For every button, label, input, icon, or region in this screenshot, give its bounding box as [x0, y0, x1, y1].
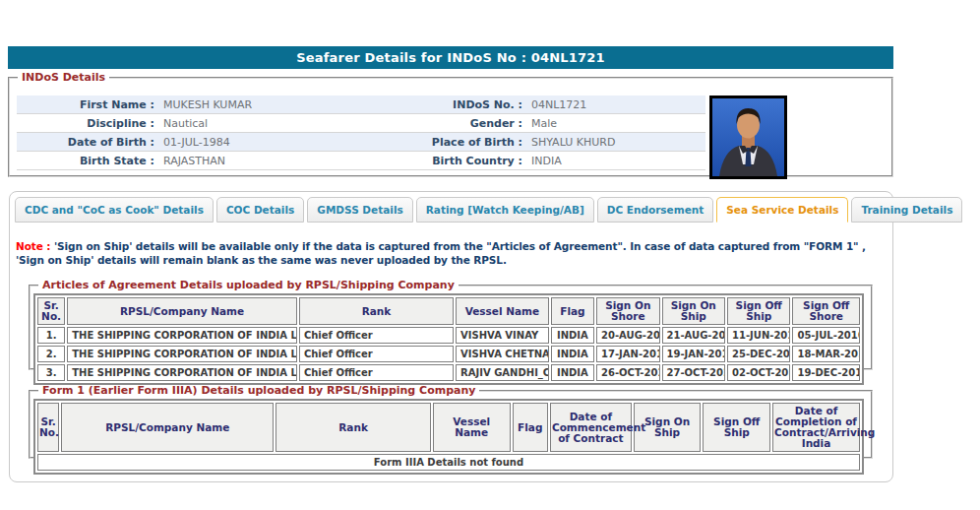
page-title: Seafarer Details for INDoS No : 04NL1721	[8, 46, 893, 69]
header-company: RPSL/Company Name	[67, 297, 297, 325]
form1-table: Sr. No. RPSL/Company Name Rank Vessel Na…	[33, 399, 864, 475]
field-value: Male	[522, 114, 705, 132]
field-label: INDoS No. :	[418, 96, 522, 113]
field-row: Birth State : RAJASTHAN Birth Country : …	[17, 152, 705, 170]
articles-of-agreement-fieldset: Articles of Agreement Details uploaded b…	[29, 279, 873, 370]
cell-sign-off-ship: 11-JUN-2016	[727, 327, 790, 344]
header-sr-no: Sr. No.	[37, 403, 59, 452]
field-label: First Name :	[17, 96, 154, 113]
seafarer-details-page: Seafarer Details for INDoS No : 04NL1721…	[0, 0, 980, 510]
cell-flag: INDIA	[551, 327, 594, 344]
field-row: Discipline : Nautical Gender : Male	[17, 114, 705, 133]
cell-sign-off-shore: 05-JUL-2016	[792, 327, 860, 344]
articles-of-agreement-legend: Articles of Agreement Details uploaded b…	[38, 279, 459, 291]
header-rank: Rank	[276, 403, 431, 452]
cell-sr-no: 2.	[37, 346, 65, 362]
header-sign-off-shore: Sign Off Shore	[792, 297, 860, 325]
tab-gmdss-details[interactable]: GMDSS Details	[307, 197, 412, 223]
field-value: Nautical	[154, 114, 418, 132]
form1-legend: Form 1 (Earlier Form IIIA) Details uploa…	[38, 384, 479, 397]
cell-sign-on-ship: 27-OCT-2012	[662, 364, 725, 381]
header-company: RPSL/Company Name	[61, 403, 274, 452]
tab-coc-details[interactable]: COC Details	[216, 197, 304, 223]
articles-of-agreement-table: Sr. No. RPSL/Company Name Rank Vessel Na…	[33, 293, 864, 385]
tab-rating-watch-keeping[interactable]: Rating [Watch Keeping/AB]	[416, 197, 594, 223]
table-row: 1. THE SHIPPING CORPORATION OF INDIA LIM…	[37, 327, 860, 344]
header-vessel: Vessel Name	[456, 297, 549, 325]
header-sign-on-ship: Sign On Ship	[662, 297, 725, 325]
cell-company: THE SHIPPING CORPORATION OF INDIA LIMITE…	[67, 364, 297, 381]
header-sign-off-ship: Sign Off Ship	[727, 297, 790, 325]
cell-company: THE SHIPPING CORPORATION OF INDIA LIMITE…	[67, 327, 297, 344]
cell-rank: Chief Officer	[299, 346, 454, 362]
indos-details-grid: First Name : MUKESH KUMAR INDoS No. : 04…	[17, 96, 705, 170]
cell-flag: INDIA	[551, 364, 594, 381]
header-commencement: Date of Commencement of Contract	[550, 403, 632, 452]
cell-vessel: VISHVA CHETNA	[456, 346, 549, 362]
field-value: RAJASTHAN	[154, 152, 418, 169]
cell-sign-on-shore: 26-OCT-2012	[596, 364, 659, 381]
field-label: Birth Country :	[418, 152, 522, 169]
cell-sign-on-shore: 17-JAN-2014	[596, 346, 659, 362]
cell-rank: Chief Officer	[299, 327, 454, 344]
cell-sr-no: 1.	[37, 327, 65, 344]
header-sign-on-shore: Sign On Shore	[596, 297, 659, 325]
field-label: Place of Birth :	[418, 133, 522, 151]
header-sign-off-ship: Sign Off Ship	[703, 403, 770, 452]
indos-details-legend: INDoS Details	[18, 71, 109, 84]
field-label: Gender :	[418, 114, 522, 132]
tab-cdc-coc-as-cook[interactable]: CDC and "CoC as Cook" Details	[15, 197, 214, 223]
header-vessel: Vessel Name	[433, 403, 511, 452]
cell-vessel: VISHVA VINAY	[456, 327, 549, 344]
field-row: Date of Birth : 01-JUL-1984 Place of Bir…	[17, 133, 705, 152]
table-row: 2. THE SHIPPING CORPORATION OF INDIA LIM…	[37, 346, 860, 362]
field-label: Discipline :	[17, 114, 154, 132]
cell-rank: Chief Officer	[299, 364, 454, 381]
tab-sea-service-details[interactable]: Sea Service Details	[716, 197, 848, 223]
field-value: INDIA	[522, 152, 705, 169]
table-row: 3. THE SHIPPING CORPORATION OF INDIA LIM…	[37, 364, 860, 381]
tab-dc-endorsement[interactable]: DC Endorsement	[597, 197, 714, 223]
field-value: 04NL1721	[522, 96, 705, 113]
cell-vessel: RAJIV GANDHI_C	[456, 364, 549, 381]
empty-message: Form IIIA Details not found	[37, 454, 860, 471]
indos-details-fieldset: INDoS Details First Name : MUKESH KUMAR …	[8, 71, 893, 177]
note-prefix: Note :	[16, 240, 50, 252]
cell-flag: INDIA	[551, 346, 594, 362]
cell-sign-off-shore: 19-DEC-2013	[792, 364, 860, 381]
cell-company: THE SHIPPING CORPORATION OF INDIA LIMITE…	[67, 346, 297, 362]
field-value: 01-JUL-1984	[154, 133, 418, 151]
cell-sign-on-ship: 21-AUG-2015	[662, 327, 725, 344]
header-completion: Date of Completion of Contract/Arriving …	[772, 403, 860, 452]
cell-sign-off-ship: 25-DEC-2014	[727, 346, 790, 362]
cell-sign-on-shore: 20-AUG-2015	[596, 327, 659, 344]
header-flag: Flag	[513, 403, 548, 452]
cell-sign-off-shore: 18-MAR-2015	[792, 346, 860, 362]
tab-training-details[interactable]: Training Details	[851, 197, 962, 223]
field-label: Birth State :	[17, 152, 154, 169]
note-text: Note : 'Sign on Ship' details will be av…	[16, 239, 882, 267]
note-body: 'Sign on Ship' details will be available…	[16, 240, 866, 266]
cell-sign-on-ship: 19-JAN-2014	[662, 346, 725, 362]
tab-bar: CDC and "CoC as Cook" Details COC Detail…	[15, 197, 962, 223]
cell-sign-off-ship: 02-OCT-2013	[727, 364, 790, 381]
tab-panel: CDC and "CoC as Cook" Details COC Detail…	[9, 191, 893, 482]
field-row: First Name : MUKESH KUMAR INDoS No. : 04…	[17, 96, 705, 114]
field-value: MUKESH KUMAR	[154, 96, 418, 113]
field-label: Date of Birth :	[17, 133, 154, 151]
seafarer-photo	[709, 96, 787, 179]
table-header-row: Sr. No. RPSL/Company Name Rank Vessel Na…	[37, 403, 860, 452]
form1-fieldset: Form 1 (Earlier Form IIIA) Details uploa…	[29, 384, 873, 459]
header-rank: Rank	[299, 297, 454, 325]
header-sr-no: Sr. No.	[37, 297, 65, 325]
cell-sr-no: 3.	[37, 364, 65, 381]
empty-row: Form IIIA Details not found	[37, 454, 860, 471]
table-header-row: Sr. No. RPSL/Company Name Rank Vessel Na…	[37, 297, 860, 325]
field-value: SHYALU KHURD	[522, 133, 705, 151]
header-flag: Flag	[551, 297, 594, 325]
